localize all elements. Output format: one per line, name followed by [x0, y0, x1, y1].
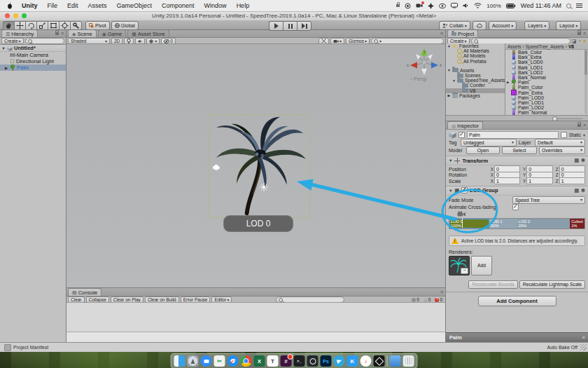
project-file-bark-lod1[interactable]: Bark_LOD1 — [505, 65, 588, 70]
recalculate-bounds-button[interactable]: Recalculate Bounds — [468, 280, 517, 289]
expand-arrow-icon[interactable]: ▼ — [452, 79, 456, 83]
lod-segment-culled[interactable]: Culled1% — [570, 219, 584, 229]
expand-arrow-icon[interactable]: ▼ — [447, 44, 451, 48]
panel-menu-icon[interactable]: ≡ — [61, 31, 64, 36]
battery-icon[interactable] — [506, 4, 516, 8]
layers-dropdown[interactable]: Layers▾ — [524, 21, 550, 30]
project-scrollbar[interactable] — [584, 50, 587, 114]
spotlight-search-icon[interactable] — [566, 4, 571, 8]
lod-group-enabled-checkbox[interactable] — [461, 187, 468, 193]
scene-viewport[interactable]: LOD 0 y x z ‹ Persp — [66, 43, 445, 288]
search-by-type-icon[interactable]: ◪ — [572, 39, 577, 43]
fold-arrow-icon[interactable]: ▼ — [449, 189, 452, 193]
breadcrumb-speedtree-assets[interactable]: SpeedTree_Assets — [526, 44, 564, 49]
console-log-list[interactable] — [66, 302, 445, 332]
gear-icon[interactable]: ✱ — [581, 188, 585, 193]
panel-lock-icon[interactable] — [578, 32, 581, 35]
lod-playhead[interactable] — [462, 218, 463, 228]
menu-gameobject[interactable]: GameObject — [112, 0, 158, 11]
lod-segment-lod-1[interactable]: LOD 150% — [489, 219, 517, 229]
screen-record-icon[interactable] — [405, 3, 411, 9]
gameobject-active-checkbox[interactable] — [458, 132, 465, 138]
expand-arrow-icon[interactable]: ▼ — [447, 68, 451, 72]
transform-component-header[interactable]: ▼ Transform ▤✱ — [446, 156, 588, 165]
keychain-lock-icon[interactable] — [396, 4, 400, 7]
project-file-palm-lod0[interactable]: Palm_LOD0 — [505, 95, 588, 100]
recalculate-lightmap-scale-button[interactable]: Recalculate Lightmap Scale — [519, 280, 585, 289]
project-tree-packages[interactable]: ▶Packages — [446, 93, 505, 98]
project-file-bark-color[interactable]: Bark_Color — [505, 50, 588, 55]
scale-tool-button[interactable] — [36, 21, 48, 30]
dock-downloads-icon[interactable] — [390, 355, 401, 367]
project-tree-speedtree-assets[interactable]: ▼SpeedTree_Assets — [446, 78, 505, 83]
tab-console[interactable]: ▤Console — [68, 288, 102, 296]
hierarchy-scene-row[interactable]: ▼ Untitled* — [0, 45, 66, 52]
axis-x-cone[interactable] — [410, 62, 417, 69]
project-tree-conifer[interactable]: Conifer — [446, 83, 505, 88]
dock-notes-icon[interactable] — [267, 355, 279, 367]
menu-file[interactable]: File — [43, 0, 63, 11]
play-button[interactable] — [269, 21, 283, 31]
hierarchy-search-input[interactable] — [25, 38, 64, 44]
panel-menu-icon[interactable]: ≡ — [440, 31, 443, 36]
dock-zoom-icon[interactable] — [201, 355, 212, 367]
dock-keynote-icon[interactable] — [347, 355, 358, 367]
layout-dropdown[interactable]: Layout▾ — [556, 21, 581, 30]
axis-z-cone[interactable] — [431, 62, 438, 69]
project-tree-all-models[interactable]: All Models — [446, 53, 505, 58]
menu-help[interactable]: Help — [232, 0, 255, 11]
add-renderer-button[interactable]: Add — [471, 256, 492, 275]
preview-header[interactable]: Palm ≡ — [446, 332, 588, 342]
project-file-bark-normal[interactable]: Bark_Normal — [505, 75, 588, 80]
project-tree-favorites[interactable]: ▼★Favorites — [446, 43, 505, 48]
auto-bake-status[interactable]: Auto Bake Off — [547, 345, 578, 350]
expand-arrow-icon[interactable]: ▶ — [507, 81, 510, 84]
tab-game[interactable]: ◉Game — [98, 29, 127, 37]
project-file-palm-color[interactable]: Palm_Color — [505, 85, 588, 90]
preset-icon[interactable]: ▤ — [575, 188, 580, 193]
expand-arrow-icon[interactable]: ▶ — [447, 93, 451, 97]
tab-hierarchy[interactable]: ☰ Hierarchy — [1, 29, 38, 37]
move-tool-button[interactable] — [14, 21, 25, 30]
transform-tool-button[interactable] — [59, 21, 70, 30]
dock-safari-icon[interactable] — [227, 355, 239, 367]
console-info-badge[interactable]: 0 — [410, 297, 421, 302]
flare-gizmo-icon[interactable] — [260, 183, 268, 191]
palm-tree[interactable] — [206, 111, 312, 220]
transform-scale-y-field[interactable]: 1 — [526, 177, 552, 184]
pivot-toggle-button[interactable]: Pivot — [85, 21, 110, 30]
preset-icon[interactable]: ▤ — [575, 158, 580, 163]
resize-grip[interactable] — [580, 344, 587, 350]
layer-dropdown[interactable]: Default▾ — [535, 139, 585, 146]
animate-crossfading-checkbox[interactable] — [512, 204, 519, 210]
hierarchy-item-directional-light[interactable]: Directional Light — [0, 58, 66, 64]
static-checkbox[interactable] — [561, 132, 567, 138]
hierarchy-create-button[interactable]: Create▾ — [1, 38, 24, 44]
lod-group-component-header[interactable]: ▼ ▦ LOD Group ▤✱ — [446, 186, 588, 196]
panel-menu-icon[interactable]: ≡ — [583, 123, 586, 128]
breadcrumb-v8[interactable]: V8 — [568, 44, 574, 49]
lod-segment-lod-0[interactable]: LOD 0100% — [449, 219, 489, 229]
model-open-button[interactable]: Open — [466, 146, 500, 154]
console-warning-badge[interactable]: 0 — [422, 297, 433, 302]
project-file-palm-extra[interactable]: Palm_Extra — [505, 90, 588, 95]
window-titlebar[interactable]: Unity 2019.1.0a14 Personal - Untitled - … — [0, 11, 588, 21]
menu-component[interactable]: Component — [157, 0, 200, 11]
overrides-dropdown[interactable]: Overrides▾ — [539, 146, 585, 154]
project-file-palm-normal[interactable]: Palm_Normal — [505, 110, 588, 115]
menu-window[interactable]: Window — [200, 0, 232, 11]
display-mirroring-icon[interactable] — [451, 3, 458, 8]
project-file-bark-extra[interactable]: Bark_Extra — [505, 55, 588, 60]
dock-screenshot-icon[interactable] — [214, 355, 225, 367]
project-file-palm[interactable]: ▶Palm — [505, 80, 588, 85]
static-dropdown-arrow[interactable]: ▾ — [583, 133, 585, 137]
dock-trash-icon[interactable] — [403, 355, 414, 367]
tab-project[interactable]: Project — [447, 29, 478, 37]
cloud-button[interactable] — [472, 21, 486, 30]
project-tree-all-prefabs[interactable]: All Prefabs — [446, 59, 505, 64]
hierarchy-item-main-camera[interactable]: Main Camera — [0, 52, 66, 58]
project-file-bark-lod0[interactable]: Bark_LOD0 — [505, 60, 588, 64]
volume-icon[interactable] — [463, 3, 469, 8]
rotate-tool-button[interactable] — [25, 21, 36, 30]
status-message[interactable]: Project Manifest — [13, 345, 48, 350]
